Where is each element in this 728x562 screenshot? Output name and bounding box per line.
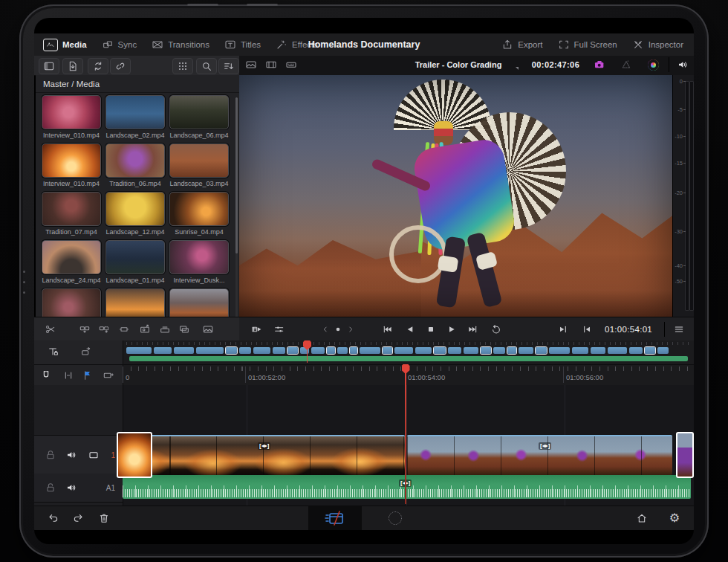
track-mute-button[interactable] — [65, 449, 77, 461]
media-clip[interactable]: Tradition_06.mp4 — [104, 143, 166, 187]
track-visibility-button[interactable] — [88, 449, 100, 461]
close-up-button[interactable] — [136, 322, 154, 337]
go-to-end-button[interactable] — [464, 322, 481, 337]
clip-thumbnail[interactable] — [105, 95, 165, 129]
breadcrumb[interactable]: Master / Media — [36, 75, 239, 93]
track-mute-button[interactable] — [65, 482, 77, 494]
minimap-clip-segment[interactable] — [519, 347, 533, 354]
media-clip[interactable]: Landscape_02.mp4 — [104, 95, 166, 139]
minimap-clip-segment[interactable] — [196, 347, 224, 354]
cut-clip-button[interactable] — [42, 322, 59, 337]
keyboard-view-button[interactable] — [282, 57, 300, 72]
stop-button[interactable] — [422, 322, 440, 337]
minimap-clip-segment[interactable] — [645, 347, 655, 354]
resync-button[interactable] — [88, 58, 108, 74]
track-tool-button[interactable] — [45, 344, 62, 359]
tools-button[interactable] — [270, 322, 288, 337]
clip-thumbnail[interactable] — [169, 143, 229, 178]
video-clip-dancer[interactable] — [407, 435, 672, 475]
track-lock-button[interactable] — [45, 482, 56, 494]
minimap-clip-segment[interactable] — [337, 347, 348, 354]
media-clip[interactable]: Landscape_12.mp4 — [104, 192, 166, 236]
video-clip-sunset[interactable] — [123, 435, 405, 475]
clip-thumbnail[interactable] — [42, 192, 101, 226]
minimap-clip-segment[interactable] — [608, 347, 627, 354]
filmstrip-view-button[interactable] — [262, 57, 280, 72]
minimap-clip-segment[interactable] — [629, 347, 643, 354]
viewer[interactable] — [239, 75, 672, 317]
play-button[interactable] — [443, 322, 461, 337]
cut-page-tab[interactable] — [308, 506, 362, 530]
clip-thumbnail[interactable] — [42, 95, 101, 129]
source-overwrite-button[interactable] — [175, 322, 193, 337]
clip-thumbnail[interactable] — [42, 143, 101, 178]
timeline-name-dropdown[interactable]: Trailer - Color Grading — [395, 56, 521, 74]
export-button[interactable]: Export — [501, 39, 542, 51]
audio-clip[interactable] — [123, 475, 691, 499]
settings-button[interactable]: ⚙ — [666, 511, 683, 526]
full-screen-button[interactable]: Full Screen — [558, 39, 617, 51]
media-clip[interactable]: Tradition_07.mp4 — [40, 192, 103, 236]
media-clip[interactable]: Interview_010.mp4 — [40, 143, 103, 187]
clip-thumbnail[interactable] — [169, 192, 229, 226]
clip-thumbnail[interactable] — [105, 288, 165, 320]
color-grade-button[interactable] — [642, 56, 664, 73]
relink-button[interactable] — [110, 58, 131, 74]
panel-toggle-button[interactable] — [39, 58, 59, 74]
clip-thumbnail[interactable] — [42, 288, 101, 320]
delete-button[interactable] — [95, 511, 113, 526]
clip-thumbnail[interactable] — [169, 288, 229, 320]
trim-mode-button[interactable] — [77, 344, 95, 359]
media-clip[interactable]: Sunrise_04.mp4 — [168, 192, 230, 236]
minimap-clip-segment[interactable] — [434, 347, 446, 354]
media-clip[interactable]: Sunrise_04.mp4 — [168, 288, 230, 320]
media-clip[interactable]: Landscape_12.mp4 — [104, 288, 166, 320]
minimap-clip-segment[interactable] — [549, 347, 570, 354]
still-grab-button[interactable] — [199, 322, 217, 337]
redo-button[interactable] — [69, 511, 87, 526]
minimap-clip-segment[interactable] — [327, 347, 335, 354]
smart-insert-button[interactable] — [76, 322, 94, 337]
undo-button[interactable] — [45, 511, 62, 526]
media-clip[interactable]: Interview_010.mp4 — [40, 95, 103, 139]
minimap-clip-segment[interactable] — [311, 347, 325, 354]
minimap-clip-segment[interactable] — [394, 347, 413, 354]
clip-thumbnail[interactable] — [105, 143, 165, 178]
minimap-clip-segment[interactable] — [383, 347, 392, 354]
inspector-button[interactable]: Inspector — [632, 39, 683, 51]
place-on-top-button[interactable] — [156, 322, 174, 337]
video-clip-selected-right[interactable] — [676, 432, 694, 478]
clip-thumbnail[interactable] — [169, 95, 229, 129]
audio-monitor-button[interactable] — [672, 56, 694, 73]
track-lock-button[interactable] — [45, 449, 56, 461]
media-clip[interactable]: Interview_Dusk... — [168, 240, 230, 284]
clip-marker[interactable]: [◂▸] — [539, 442, 551, 450]
timeline-minimap[interactable] — [126, 340, 689, 364]
jog-back-button[interactable] — [320, 322, 331, 337]
clip-thumbnail[interactable] — [42, 240, 101, 274]
minimap-clip-segment[interactable] — [591, 347, 605, 354]
playhead[interactable] — [405, 364, 406, 504]
minimap-clip-segment[interactable] — [154, 347, 172, 354]
media-scrollbar[interactable] — [235, 97, 238, 320]
grid-view-button[interactable] — [172, 58, 193, 74]
playback-speed-button[interactable] — [248, 322, 266, 337]
minimap-clip-segment[interactable] — [226, 347, 237, 354]
go-to-first-frame-button[interactable] — [578, 322, 596, 337]
ruler[interactable]: 001:00:52:0001:00:54:0001:00:56:00 — [34, 365, 694, 386]
ripple-overwrite-button[interactable] — [115, 322, 133, 337]
minimap-clip-segment[interactable] — [448, 347, 461, 354]
sort-button[interactable] — [218, 58, 239, 74]
color-page-tab[interactable] — [386, 511, 404, 526]
play-to-end-button[interactable] — [554, 322, 572, 337]
minimap-clip-segment[interactable] — [253, 347, 270, 354]
minimap-clip-segment[interactable] — [273, 347, 285, 354]
camera-grab-button[interactable] — [588, 56, 611, 73]
scrollbar-thumb[interactable] — [235, 97, 238, 253]
minimap-clip-segment[interactable] — [536, 347, 547, 354]
minimap-clip-segment[interactable] — [464, 347, 478, 354]
media-clip[interactable]: Landscape_06.mp4 — [168, 95, 230, 139]
clip-thumbnail[interactable] — [105, 192, 165, 226]
media-clip[interactable]: Landscape_01.mp4 — [104, 240, 166, 284]
minimap-clip-segment[interactable] — [126, 347, 152, 354]
